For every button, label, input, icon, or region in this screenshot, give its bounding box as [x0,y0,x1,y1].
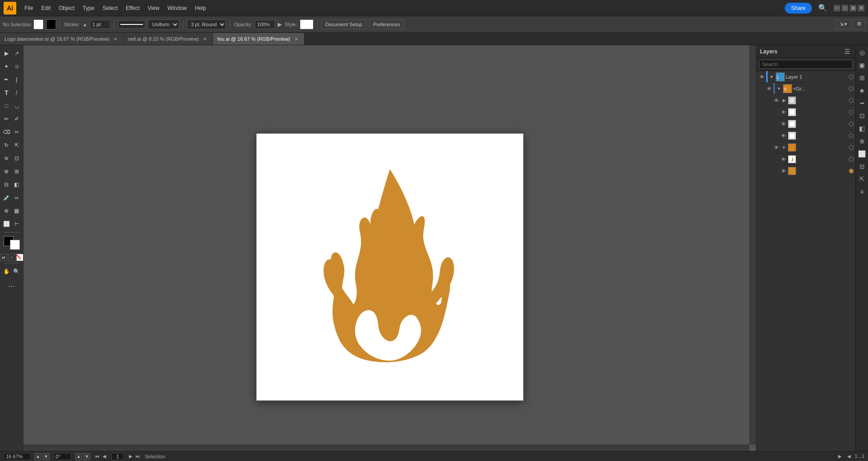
stroke-arrow-up[interactable]: ▲ [82,22,87,27]
appearance-icon[interactable]: ▣ [857,60,868,71]
stroke-swatch[interactable] [46,19,56,29]
opacity-arrow[interactable]: ▶ [278,21,282,28]
tab-1-close[interactable]: ✕ [202,36,208,42]
properties-icon[interactable]: ⊟ [857,161,868,172]
tab-0-close[interactable]: ✕ [112,36,119,42]
menu-object[interactable]: Object [55,3,78,13]
swap-colors-icon[interactable]: ⇄ [0,254,7,261]
scissors-tool[interactable]: ✂ [12,126,22,138]
rotation-up-arrow[interactable]: ▲ [75,453,82,460]
pathfinder-icon[interactable]: ♣ [857,85,868,96]
layer-visibility-0[interactable]: 👁 [758,73,765,81]
eyedropper-tool[interactable]: 💉 [2,191,12,204]
menu-file[interactable]: File [21,3,37,13]
type-tool[interactable]: T [2,86,12,99]
pen-tool[interactable]: ✒ [2,73,12,86]
menu-select[interactable]: Select [99,3,121,13]
none-icon[interactable] [16,254,24,261]
paintbrush-tool[interactable]: ✏ [2,113,12,125]
stroke-weight-input[interactable] [90,20,110,29]
transform-panel-icon[interactable]: ⊡ [857,110,868,121]
style-swatch[interactable] [300,19,313,29]
tab-2[interactable]: feu.ai @ 16.67 % (RGB/Preview) ✕ [213,33,304,45]
tab-1[interactable]: oeil.ai @ 8.33 % (RGB/Preview) ✕ [123,33,213,45]
layer-item-1[interactable]: 👁 ▼ G <Gr... [756,83,855,95]
fill-swatch[interactable] [33,19,43,29]
artboards-icon[interactable]: ⬜ [857,148,868,159]
pencil-tool[interactable]: ✐ [12,113,22,125]
opacity-input[interactable] [255,20,275,29]
artboard-first-arrow[interactable]: ⏮ [94,453,100,460]
layers-search-input[interactable] [759,60,853,69]
menu-type[interactable]: Type [79,3,98,13]
lasso-tool[interactable]: ⊃ [12,60,22,73]
layer-item-5[interactable]: 👁 [756,130,855,142]
minimize-button[interactable]: ─ [834,5,840,11]
layer-visibility-3[interactable]: 👁 [780,109,787,116]
magic-wand-tool[interactable]: ✦ [2,60,12,73]
maximize-button[interactable]: □ [842,5,848,11]
layer-expand-1[interactable]: ▼ [776,86,782,92]
artboard-prev-arrow[interactable]: ◀ [101,453,108,460]
panel-menu-icon[interactable]: ☰ [843,47,852,56]
layer-item-4[interactable]: 👁 [756,118,855,130]
ellipse-tool[interactable]: ◡ [12,100,22,112]
horizontal-scrollbar[interactable] [24,445,749,451]
free-transform-tool[interactable]: ⊡ [12,152,22,165]
stroke-type-select[interactable]: Uniform [148,19,179,29]
workspace-icon[interactable]: ⊞ [853,19,865,29]
menu-effect[interactable]: Effect [122,3,143,13]
layer-expand-6[interactable]: ▼ [781,144,787,151]
line-tool[interactable]: / [12,86,22,99]
direct-selection-tool[interactable]: ↗ [12,47,22,60]
background-color-swatch[interactable] [10,240,20,250]
zoom-down-arrow[interactable]: ▼ [43,453,50,460]
shape-builder-tool[interactable]: ⊕ [2,165,12,178]
stroke-panel-icon[interactable]: ━ [857,98,868,109]
search-icon[interactable]: 🔍 [816,2,829,14]
share-button[interactable]: Share [785,3,812,14]
transform-options[interactable]: ⇲ ▾ [835,19,851,29]
hand-tool[interactable]: ✋ [2,265,12,278]
warp-tool[interactable]: ≋ [2,152,12,165]
symbol-tool[interactable]: ⊛ [2,204,12,217]
layer-visibility-5[interactable]: 👁 [780,132,787,139]
layer-expand-2[interactable]: ▶ [781,97,787,104]
css-properties-icon[interactable]: ≡ [857,186,868,197]
layer-visibility-7[interactable]: 👁 [780,156,787,163]
stroke-preview[interactable] [118,20,145,29]
artboard-last-arrow[interactable]: ⏭ [135,453,141,460]
more-tools-button[interactable]: ··· [2,280,22,293]
default-colors-icon[interactable]: ○ [8,254,15,261]
document-setup-button[interactable]: Document Setup [321,19,366,29]
align-icon[interactable]: ⊞ [857,72,868,83]
perspective-grid-tool[interactable]: ⊞ [12,165,22,178]
restore-button[interactable]: ⧉ [850,5,856,11]
layer-item-3[interactable]: 👁 [756,106,855,118]
menu-view[interactable]: View [144,3,163,13]
layer-visibility-4[interactable]: 👁 [780,120,787,128]
tab-0[interactable]: Logo dawnseeker.ai @ 16.67 % (RGB/Previe… [0,33,123,45]
layer-item-8[interactable]: 👁 [756,165,855,177]
artboard-next-arrow[interactable]: ▶ [128,453,134,460]
status-stop-arrow[interactable]: ◀ [846,453,852,460]
layer-item-7[interactable]: 👁 [756,153,855,165]
gradient-panel-icon[interactable]: ◧ [857,123,868,134]
asset-export-icon[interactable]: ⇱ [857,174,868,185]
column-graph-tool[interactable]: ▦ [12,204,22,217]
layer-item-0[interactable]: 👁 ▼ L Layer 1 [756,71,855,83]
menu-edit[interactable]: Edit [38,3,54,13]
layer-item-2[interactable]: 👁 ▶ [756,95,855,106]
slice-tool[interactable]: ⊢ [12,218,22,230]
selection-tool[interactable]: ▶ [2,47,12,60]
layer-visibility-8[interactable]: 👁 [780,167,787,175]
menu-window[interactable]: Window [164,3,190,13]
links-icon[interactable]: ⊕ [857,136,868,147]
curvature-tool[interactable]: ∫ [12,73,22,86]
close-button[interactable]: ✕ [858,5,864,11]
tab-2-close[interactable]: ✕ [293,36,299,42]
vertical-scrollbar[interactable] [749,45,756,445]
layer-expand-0[interactable]: ▼ [768,74,775,80]
stroke-cap-select[interactable]: 3 pt. Round [187,19,226,29]
artboard-tool[interactable]: ⬜ [2,218,12,230]
